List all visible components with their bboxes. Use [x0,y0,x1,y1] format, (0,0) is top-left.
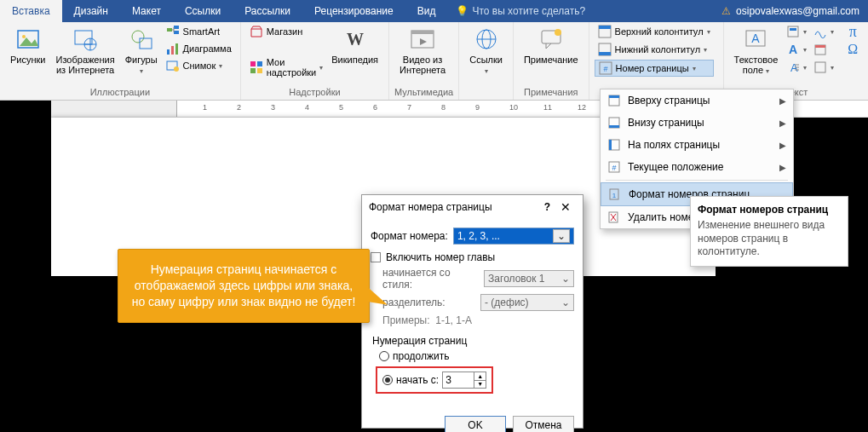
chart-icon [166,42,180,55]
tab-mailings[interactable]: Рассылки [233,0,302,22]
dialog-close-button[interactable]: ✕ [555,200,576,214]
warning-icon: ⚠ [721,5,731,17]
drop-cap-button[interactable]: A▾ [783,60,810,75]
annotation-callout: Нумерация страниц начинается с отображае… [118,249,370,323]
online-video-button[interactable]: Видео из Интернета [394,24,451,77]
footer-button[interactable]: Нижний колонтитул▾ [595,42,714,57]
svg-rect-14 [250,61,256,66]
spin-down-button[interactable]: ▼ [474,381,486,389]
account-info[interactable]: ⚠ osipovalexwas@gmail.com [713,0,868,22]
store-button[interactable]: Магазин [246,24,326,39]
menu-current-position[interactable]: #Текущее положение▶ [601,156,793,178]
tell-me-label: Что вы хотите сделать? [472,5,585,17]
smartart-label: SmartArt [183,26,220,37]
group-media-label: Мультимедиа [394,86,453,98]
screenshot-button[interactable]: Снимок▾ [163,58,235,73]
svg-point-24 [555,29,561,36]
cancel-button[interactable]: Отмена [513,416,574,432]
object-button[interactable]: ▾ [810,60,837,75]
svg-rect-10 [171,46,174,55]
signature-button[interactable]: ▾ [810,24,837,39]
svg-rect-39 [815,62,825,72]
tab-review[interactable]: Рецензирование [302,0,405,22]
svg-text:W: W [347,30,364,49]
group-addins: Магазин Мои надстройки▾ W Википедия Надс… [241,22,389,100]
equation-button[interactable]: π [842,24,863,39]
separator-select[interactable]: - (дефис)⌄ [480,294,574,311]
account-email: osipovalexwas@gmail.com [736,5,859,17]
svg-text:A: A [752,32,761,45]
dialog-title: Формат номера страницы [369,201,539,213]
wikipedia-button[interactable]: W Википедия [326,24,383,66]
ok-button[interactable]: OK [445,416,506,432]
chevron-down-icon: ▾ [140,67,143,75]
page-number-icon: # [599,61,612,75]
start-at-radio[interactable]: начать с: ▲▼ [382,372,486,389]
symbol-button[interactable]: Ω [842,42,863,57]
tooltip-title: Формат номеров страниц [698,204,841,216]
comment-button[interactable]: Примечание [519,24,583,66]
text-box-button[interactable]: A Текстовое поле ▾ [729,24,784,78]
svg-rect-41 [609,95,619,98]
symbol-icon: Ω [846,43,859,56]
page-top-icon [607,94,621,107]
start-at-spinner[interactable]: ▲▼ [442,372,486,389]
menu-bottom-of-page[interactable]: Внизу страницы▶ [601,112,793,134]
tell-me-search[interactable]: 💡 Что вы хотите сделать? [447,0,585,22]
start-at-label: начать с: [396,374,439,386]
chevron-down-icon: ▾ [766,67,769,75]
chevron-down-icon: ⌄ [561,273,570,285]
start-at-input[interactable] [443,372,474,388]
page-bottom-icon [607,116,621,130]
menu-page-margins[interactable]: На полях страницы▶ [601,134,793,156]
tab-view[interactable]: Вид [405,0,448,22]
svg-rect-8 [174,31,179,34]
shapes-button[interactable]: Фигуры ▾ [120,24,163,78]
number-format-select[interactable]: 1, 2, 3, ... ⌄ [453,228,574,245]
chevron-down-icon: ▾ [693,65,696,72]
smartart-button[interactable]: SmartArt [163,24,235,39]
svg-text:#: # [612,164,616,172]
comment-icon [537,26,565,53]
svg-rect-33 [788,26,798,37]
link-icon [473,26,500,53]
online-pictures-button[interactable]: Изображения из Интернета [51,24,120,77]
svg-rect-34 [790,28,796,31]
include-chapter-checkbox[interactable] [371,252,381,262]
date-time-button[interactable] [810,42,837,57]
chevron-right-icon: ▶ [779,96,786,106]
dialog-help-button[interactable]: ? [539,201,555,213]
chevron-down-icon: ▾ [319,64,323,72]
chevron-down-icon: ▾ [831,28,834,36]
group-illustrations-label: Иллюстрации [5,86,235,98]
svg-rect-7 [174,26,179,29]
heading-style-select[interactable]: Заголовок 1⌄ [484,270,574,287]
svg-rect-5 [140,38,152,49]
chevron-down-icon: ⌄ [553,229,570,243]
chevron-down-icon: ▾ [803,64,807,72]
menu-top-of-page[interactable]: Вверху страницы▶ [601,89,793,112]
format-value: 1, 2, 3, ... [457,230,500,242]
chevron-down-icon: ▾ [831,64,834,72]
continue-radio[interactable]: продолжить [379,350,566,362]
online-pictures-label: Изображения из Интернета [56,55,115,75]
spin-up-button[interactable]: ▲ [474,372,486,381]
header-button[interactable]: Верхний колонтитул▾ [595,24,714,39]
pictures-button[interactable]: Рисунки [5,24,51,66]
screenshot-icon [166,59,180,72]
tab-insert[interactable]: Вставка [0,0,62,22]
quick-parts-button[interactable]: ▾ [783,24,810,39]
chart-button[interactable]: Диаграмма [163,41,235,56]
svg-rect-6 [167,28,172,32]
page-number-button[interactable]: #Номер страницы▾ [595,60,714,77]
group-illustrations: Рисунки Изображения из Интернета Фигуры … [0,22,241,100]
tab-layout[interactable]: Макет [120,0,173,22]
tab-design[interactable]: Дизайн [62,0,120,22]
links-button[interactable]: Ссылки▾ [464,24,508,78]
text-box-icon: A [742,26,769,53]
my-addins-button[interactable]: Мои надстройки▾ [246,56,326,78]
tooltip-body: Изменение внешнего вида номеров страниц … [698,219,841,259]
tab-references[interactable]: Ссылки [173,0,233,22]
group-comments-label: Примечания [519,86,583,98]
wordart-button[interactable]: A▾ [783,42,810,57]
